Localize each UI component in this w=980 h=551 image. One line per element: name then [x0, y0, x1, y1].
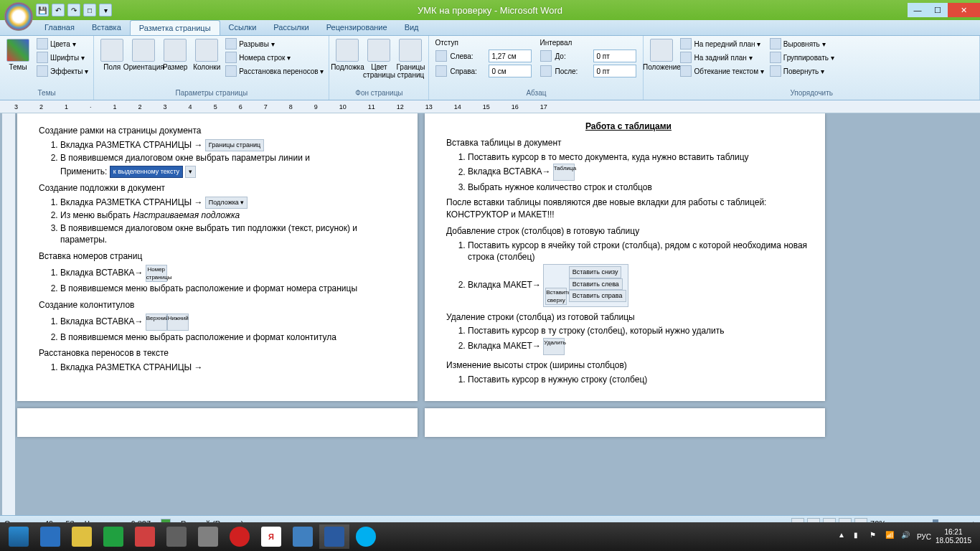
qat-save[interactable]: 💾	[36, 4, 49, 17]
fonts-icon	[37, 52, 48, 63]
chip-table: Таблица	[553, 164, 575, 181]
rotate-button[interactable]: Повернуть ▾	[768, 65, 837, 77]
document-page-right[interactable]: Работа с таблицами Вставка таблицы в док…	[425, 113, 825, 401]
size-button[interactable]: Размер	[160, 37, 190, 72]
position-button[interactable]: Положение	[646, 37, 677, 72]
taskbar-sound[interactable]	[288, 524, 318, 549]
tab-view[interactable]: Вид	[396, 20, 428, 35]
ribbon: Темы Цвета ▾ Шрифты ▾ Эффекты ▾ Темы Пол…	[0, 36, 980, 100]
qat-more[interactable]: ▾	[99, 4, 112, 17]
quick-access-toolbar: 💾 ↶ ↷ □ ▾	[36, 4, 112, 17]
page-borders-button[interactable]: Границы страниц	[395, 37, 425, 80]
windows-taskbar: Я ▲ ▮ ⚑ 📶 🔊 РУС 16:21 18.05.2015	[0, 522, 980, 551]
columns-button[interactable]: Колонки	[192, 37, 222, 72]
chip-header: Верхний	[146, 314, 167, 331]
tab-mailings[interactable]: Рассылки	[265, 20, 317, 35]
chip-page-number: Номерстраницы	[146, 265, 167, 282]
tray-clock[interactable]: 16:21 18.05.2015	[936, 528, 971, 545]
chip-borders: Границы страниц	[205, 139, 264, 151]
tray-battery-icon[interactable]: ▮	[854, 531, 865, 542]
taskbar-ie[interactable]	[35, 524, 65, 549]
qat-undo[interactable]: ↶	[52, 4, 65, 17]
align-icon	[770, 38, 781, 50]
horizontal-ruler[interactable]: 321·1234567891011121314151617	[0, 100, 980, 113]
qat-redo[interactable]: ↷	[67, 4, 80, 17]
tab-references[interactable]: Ссылки	[220, 20, 265, 35]
linenum-icon	[225, 52, 237, 63]
theme-colors[interactable]: Цвета ▾	[34, 37, 90, 50]
taskbar-store[interactable]	[98, 524, 128, 549]
spacing-after-icon	[540, 65, 552, 77]
align-button[interactable]: Выровнять ▾	[768, 37, 837, 50]
hyphenation-button[interactable]: Расстановка переносов ▾	[223, 65, 326, 77]
next-page-right[interactable]	[425, 408, 825, 437]
indent-right-icon	[435, 65, 447, 77]
window-title: УМК на проверку - Microsoft Word	[418, 5, 562, 16]
group-paragraph: Отступ Слева:1,27 см Справа:0 см Интерва…	[429, 36, 644, 100]
page-color-button[interactable]: Цвет страницы	[364, 37, 394, 80]
tray-network-icon[interactable]: 📶	[885, 531, 897, 542]
taskbar-skype[interactable]	[351, 524, 381, 549]
hyphen-icon	[225, 65, 237, 77]
taskbar-word[interactable]	[319, 524, 349, 549]
send-back-button[interactable]: На задний план ▾	[678, 51, 765, 64]
tab-page-layout[interactable]: Разметка страницы	[130, 20, 220, 35]
orientation-button[interactable]: Ориентация	[128, 37, 159, 72]
theme-fonts[interactable]: Шрифты ▾	[34, 51, 90, 64]
indent-right-input[interactable]: 0 см	[489, 65, 532, 77]
tray-volume-icon[interactable]: 🔊	[901, 531, 913, 542]
taskbar-yandex[interactable]: Я	[256, 524, 286, 549]
breaks-button[interactable]: Разрывы ▾	[223, 37, 326, 50]
group-arrange: Положение На передний план ▾ На задний п…	[644, 36, 980, 100]
chip-footer: Нижний	[167, 314, 189, 331]
rotate-icon	[770, 65, 781, 77]
indent-left-input[interactable]: 1,27 см	[489, 50, 532, 62]
close-button[interactable]: ✕	[948, 3, 980, 17]
bring-front-button[interactable]: На передний план ▾	[678, 37, 765, 50]
theme-effects[interactable]: Эффекты ▾	[34, 65, 90, 77]
spacing-after-input[interactable]: 0 пт	[593, 65, 636, 77]
taskbar-app1[interactable]	[130, 524, 160, 549]
document-area: Создание рамки на страницы документа Вкл…	[0, 113, 980, 515]
indent-left-icon	[435, 50, 447, 62]
chip-apply-to: к выделенному тексту	[110, 166, 183, 178]
vertical-ruler[interactable]	[2, 113, 15, 515]
taskbar-app3[interactable]	[193, 524, 223, 549]
title-bar: 💾 ↶ ↷ □ ▾ УМК на проверку - Microsoft Wo…	[0, 0, 980, 20]
breaks-icon	[225, 38, 237, 50]
taskbar-app2[interactable]	[161, 524, 192, 549]
taskbar-explorer[interactable]	[67, 524, 97, 549]
group-themes: Темы Цвета ▾ Шрифты ▾ Эффекты ▾ Темы	[0, 36, 94, 100]
effects-icon	[37, 65, 48, 77]
next-page-left[interactable]	[17, 408, 418, 437]
maximize-button[interactable]: ☐	[928, 3, 948, 17]
chip-delete: Удалить	[543, 338, 565, 355]
themes-button[interactable]: Темы	[3, 37, 33, 72]
line-numbers-button[interactable]: Номера строк ▾	[223, 51, 326, 64]
start-button[interactable]	[4, 524, 34, 549]
group-button[interactable]: Группировать ▾	[768, 51, 837, 64]
office-button[interactable]	[4, 2, 33, 31]
minimize-button[interactable]: —	[908, 3, 928, 17]
qat-new[interactable]: □	[83, 4, 96, 17]
window-controls: — ☐ ✕	[908, 3, 980, 17]
spacing-before-input[interactable]: 0 пт	[593, 50, 636, 62]
watermark-button[interactable]: Подложка	[332, 37, 362, 72]
group-page-background: Подложка Цвет страницы Границы страниц Ф…	[329, 36, 429, 100]
back-icon	[680, 52, 692, 63]
tray-language[interactable]: РУС	[917, 533, 931, 541]
colors-icon	[37, 38, 48, 50]
document-page-left[interactable]: Создание рамки на страницы документа Вкл…	[17, 113, 418, 401]
wrap-icon	[680, 65, 692, 77]
text-wrap-button[interactable]: Обтекание текстом ▾	[678, 65, 765, 77]
tab-review[interactable]: Рецензирование	[318, 20, 396, 35]
chip-watermark: Подложка ▾	[205, 197, 248, 209]
tab-insert[interactable]: Вставка	[83, 20, 130, 35]
tab-home[interactable]: Главная	[36, 20, 83, 35]
taskbar-opera[interactable]	[225, 524, 255, 549]
tray-up-icon[interactable]: ▲	[838, 531, 849, 542]
spacing-before-icon	[540, 50, 552, 62]
front-icon	[680, 38, 692, 50]
tray-action-icon[interactable]: ⚑	[870, 531, 881, 542]
ribbon-tabs: Главная Вставка Разметка страницы Ссылки…	[0, 20, 980, 36]
